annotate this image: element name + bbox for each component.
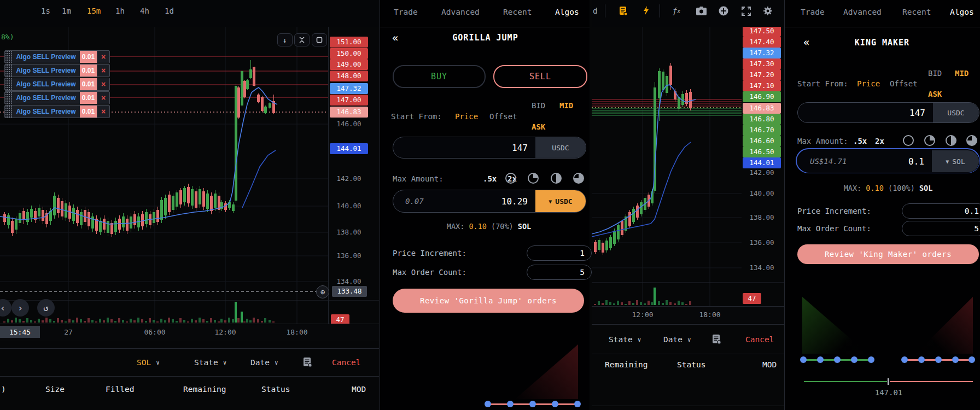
buy-level-dot[interactable]: [868, 356, 874, 363]
start-price-unit[interactable]: USDC: [535, 137, 586, 158]
quote-mid[interactable]: MID: [559, 101, 573, 110]
time-axis-2[interactable]: 12:0018:00: [592, 306, 784, 323]
journal-icon[interactable]: [617, 5, 628, 16]
price-increment-input[interactable]: 1: [527, 245, 592, 261]
max-value[interactable]: 0.10: [866, 184, 884, 192]
buy-level-dot[interactable]: [800, 356, 807, 363]
start-from-offset[interactable]: Offset: [489, 112, 517, 121]
timeframe-1s[interactable]: 1s: [41, 7, 50, 15]
bolt-icon[interactable]: [640, 5, 651, 16]
preview-level-dot[interactable]: [574, 401, 581, 407]
sell-button[interactable]: SELL: [493, 65, 587, 88]
chart-next-button[interactable]: ›: [11, 299, 29, 317]
amount-pie-75[interactable]: [966, 135, 977, 146]
price-axis-2[interactable]: 147.50147.40147.32147.30147.20147.10146.…: [742, 22, 784, 306]
sell-level-dot[interactable]: [935, 356, 942, 363]
filter-date[interactable]: Date∨: [663, 335, 691, 344]
algo-preview-chip[interactable]: Algo SELL Preview0.01×: [4, 105, 110, 118]
close-icon[interactable]: ×: [97, 106, 109, 118]
start-price-input[interactable]: 147 USDC: [393, 137, 586, 159]
order-log-icon[interactable]: [711, 333, 722, 344]
tab-trade[interactable]: Trade: [394, 8, 418, 16]
amount-input[interactable]: 0.07 10.29 ▼ USDC: [393, 190, 586, 213]
filter-state[interactable]: State∨: [194, 358, 226, 367]
start-price-input[interactable]: 147 USDC: [797, 102, 979, 123]
sell-level-dot[interactable]: [969, 356, 975, 363]
preview-level-dot[interactable]: [507, 401, 514, 407]
buy-level-dot[interactable]: [817, 356, 824, 363]
drag-handle-icon[interactable]: [5, 106, 12, 118]
max-value[interactable]: 0.10: [469, 222, 487, 231]
cancel-orders-button[interactable]: Cancel: [745, 335, 774, 344]
amount-pie-25[interactable]: [924, 135, 935, 146]
preview-level-dot[interactable]: [485, 401, 491, 407]
filter-date[interactable]: Date∨: [250, 358, 278, 367]
preview-level-dot[interactable]: [529, 401, 536, 407]
back-icon[interactable]: «: [803, 36, 809, 48]
order-log-icon[interactable]: [302, 356, 313, 367]
start-from-offset[interactable]: Offset: [890, 79, 918, 88]
close-icon[interactable]: ×: [97, 65, 109, 77]
time-axis[interactable]: 2706:0012:0018:00: [0, 324, 379, 341]
amount-pie-50[interactable]: [946, 135, 956, 146]
timeframe-1h[interactable]: 1h: [115, 7, 125, 15]
fx-icon[interactable]: ƒx: [671, 5, 682, 16]
timeframe-1d[interactable]: 1d: [165, 7, 174, 15]
quote-ask[interactable]: ASK: [532, 122, 545, 131]
tab-algos[interactable]: Algos: [950, 8, 974, 16]
amount-unit-dropdown[interactable]: ▼ USDC: [535, 190, 586, 212]
quote-ask[interactable]: ASK: [928, 90, 942, 98]
review-orders-button[interactable]: Review 'Gorilla Jump' orders: [393, 289, 584, 313]
chart-reset-button[interactable]: ↺: [37, 299, 55, 317]
algo-preview-chip[interactable]: Algo SELL Preview0.01×: [4, 50, 110, 63]
max-order-count-input[interactable]: 5: [902, 221, 980, 236]
tab-recent[interactable]: Recent: [902, 8, 931, 16]
timeframe-1m[interactable]: 1m: [62, 7, 71, 15]
amount-pie-0[interactable]: [903, 135, 914, 146]
buy-level-dot[interactable]: [834, 356, 841, 363]
timeframe-15m[interactable]: 15m: [87, 7, 101, 15]
start-price-unit[interactable]: USDC: [933, 103, 979, 122]
buy-level-dot[interactable]: [851, 356, 858, 363]
amount-pie-25[interactable]: [528, 173, 539, 184]
price-axis[interactable]: 151.00150.00149.00148.00147.32147.00146.…: [328, 22, 380, 324]
algo-preview-chip[interactable]: Algo SELL Preview0.01×: [4, 78, 110, 91]
amount-unit-dropdown[interactable]: ▼ SOL: [932, 150, 979, 172]
camera-icon[interactable]: [696, 5, 707, 16]
gear-icon[interactable]: [762, 5, 773, 16]
max-order-count-input[interactable]: 5: [527, 265, 592, 280]
maximize-pane-button[interactable]: [312, 33, 327, 46]
half-multiplier[interactable]: .5x: [853, 137, 867, 145]
sell-level-dot[interactable]: [901, 356, 908, 363]
review-orders-button[interactable]: Review 'King Maker' orders: [797, 244, 979, 264]
amount-pie-75[interactable]: [573, 173, 584, 184]
double-multiplier[interactable]: 2x: [875, 137, 884, 145]
timeframe-fragment[interactable]: d: [593, 7, 597, 15]
amount-input[interactable]: US$14.71 0.1 ▼ SOL: [797, 150, 979, 173]
quote-bid[interactable]: BID: [928, 69, 942, 78]
sell-level-dot[interactable]: [952, 356, 959, 363]
tab-advanced[interactable]: Advanced: [843, 8, 882, 16]
symbol-filter-dropdown[interactable]: SOL ∨: [137, 358, 160, 367]
algo-preview-chip[interactable]: Algo SELL Preview0.01×: [4, 91, 110, 104]
sell-level-dot[interactable]: [918, 356, 925, 363]
drag-handle-icon[interactable]: [5, 65, 12, 77]
plus-circle-icon[interactable]: [718, 5, 729, 16]
drag-handle-icon[interactable]: [5, 78, 12, 90]
buy-button[interactable]: BUY: [393, 65, 486, 88]
scroll-to-recent-button[interactable]: ↓: [277, 33, 293, 46]
start-from-price[interactable]: Price: [857, 79, 880, 88]
close-icon[interactable]: ×: [97, 51, 109, 63]
drag-handle-icon[interactable]: [5, 92, 12, 104]
close-icon[interactable]: ×: [97, 78, 109, 90]
expand-icon[interactable]: [740, 5, 751, 16]
tab-advanced[interactable]: Advanced: [441, 8, 480, 16]
timeframe-4h[interactable]: 4h: [140, 7, 149, 15]
tab-recent[interactable]: Recent: [503, 8, 532, 16]
amount-pie-50[interactable]: [551, 173, 562, 184]
preview-level-dot[interactable]: [552, 401, 558, 407]
crosshair-plus-icon[interactable]: ⊕: [316, 285, 329, 298]
close-icon[interactable]: ×: [97, 92, 109, 104]
tab-trade[interactable]: Trade: [801, 8, 825, 16]
quote-bid[interactable]: BID: [532, 101, 545, 110]
